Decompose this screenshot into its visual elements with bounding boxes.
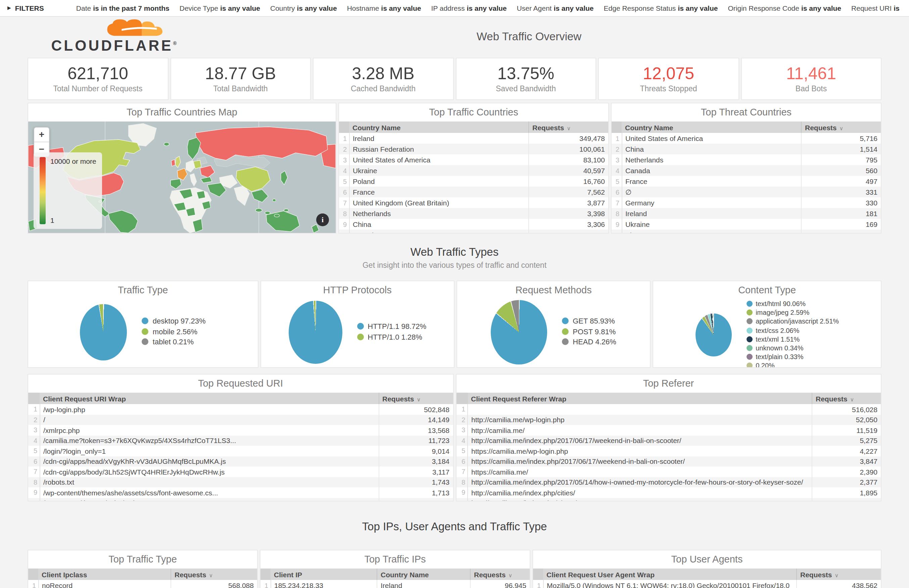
column-header-requests[interactable]: Requests∨ [529, 121, 608, 133]
filter-item[interactable]: Request URIis any value [851, 4, 902, 12]
zoom-in-button[interactable]: + [34, 128, 49, 142]
table-row[interactable]: 4http://camilia.me/index.php/2017/06/17/… [456, 435, 881, 446]
column-header-requests[interactable]: Requests∨ [812, 393, 881, 404]
filter-item[interactable]: Dateis in the past 7 months [76, 4, 170, 12]
legend-item[interactable]: HTTP/1.1 98.72% [357, 321, 426, 332]
table-row[interactable]: 7United Kingdom (Great Britain)3,877 [339, 197, 608, 208]
table-row[interactable]: 4Ukraine40,597 [339, 165, 608, 176]
column-header-country-name[interactable]: Country Name [377, 569, 470, 580]
column-header-requests[interactable]: Requests∨ [379, 393, 453, 404]
legend-item[interactable]: POST 9.81% [562, 327, 616, 337]
table-row[interactable]: 2Russian Federation100,061 [339, 144, 608, 154]
table-row[interactable]: 10Singapore158 [612, 229, 881, 234]
table-row[interactable]: 3United States of America83,100 [339, 154, 608, 165]
legend-item[interactable]: text/plain 0.33% [746, 352, 839, 361]
table-row[interactable]: 7Germany330 [612, 197, 881, 208]
kpi-threats-stopped[interactable]: 12,075 Threats Stopped [598, 58, 739, 100]
table-row[interactable]: 7/cdn-cgi/apps/body/3Lh52SjWTQ4HRlErJykH… [28, 467, 453, 477]
filter-item[interactable]: User Agentis any value [517, 4, 594, 12]
table-row[interactable]: 4Canada560 [612, 165, 881, 176]
legend-item[interactable]: text/xml 1.51% [746, 335, 839, 344]
content-type-pie[interactable] [695, 313, 731, 356]
table-row[interactable]: 6/cdn-cgi/apps/head/xVgyKhR-vV3dAUGhMqfB… [28, 456, 453, 467]
legend-item[interactable]: text/css 2.06% [746, 326, 839, 334]
column-header-country-name[interactable]: Country Name [622, 121, 801, 133]
table-row[interactable]: 8http://camilia.me/index.php/2017/05/14/… [456, 477, 881, 487]
filter-item[interactable]: Hostnameis any value [347, 4, 421, 12]
column-header-requests[interactable]: Requests∨ [470, 569, 530, 580]
legend-item[interactable]: image/jpeg 2.59% [746, 308, 839, 317]
column-header-requests[interactable]: Requests∨ [801, 121, 881, 133]
legend-item[interactable]: desktop 97.23% [142, 317, 206, 327]
kpi-saved-bandwidth[interactable]: 13.75% Saved Bandwidth [455, 58, 596, 100]
table-row[interactable]: 9Ukraine169 [612, 219, 881, 229]
table-row[interactable]: 1516,028 [456, 404, 881, 415]
kpi-total-requests[interactable]: 621,710 Total Number of Requests [27, 58, 168, 100]
table-row[interactable]: 6https://camilia.me/index.php/2017/06/17… [456, 456, 881, 467]
legend-item[interactable]: text/html 90.06% [746, 299, 839, 308]
legend-item[interactable]: application/javascript 2.51% [746, 317, 839, 326]
table-row[interactable]: 10/wp-content/themes/ashe/style.css?ver=… [28, 498, 453, 501]
http-protocols-pie[interactable] [288, 300, 342, 363]
filters-toggle[interactable]: ▶ FILTERS [7, 4, 44, 12]
table-row[interactable]: 6France7,562 [339, 187, 608, 197]
table-row[interactable]: 3Netherlands795 [612, 154, 881, 165]
column-header-client-request-uri-wrap[interactable]: Client Request URI Wrap [40, 393, 379, 404]
table-row[interactable]: 3http://camilia.me/11,519 [456, 425, 881, 435]
legend-item[interactable]: 0.20% [746, 362, 839, 368]
column-header-country-name[interactable]: Country Name [349, 121, 529, 133]
info-icon[interactable]: i [316, 213, 329, 226]
table-row[interactable]: 1Mozilla/5.0 (Windows NT 6.1; WOW64; rv:… [533, 580, 881, 588]
legend-item[interactable]: HTTP/1.0 1.28% [357, 332, 426, 342]
column-header-client-request-referer-wrap[interactable]: Client Request Referer Wrap [468, 393, 812, 404]
table-row[interactable]: 4/camilia.me?token=s3+7k6XQvKwzp5/4XSs4r… [28, 435, 453, 446]
table-row[interactable]: 10Canada3,245 [339, 229, 608, 234]
table-row[interactable]: 5/login/?login_only=19,014 [28, 446, 453, 456]
kpi-bad-bots[interactable]: 11,461 Bad Bots [741, 58, 882, 100]
filter-item[interactable]: Countryis any value [270, 4, 337, 12]
table-row[interactable]: 1United States of America5,716 [612, 133, 881, 144]
table-row[interactable]: 1Ireland349,478 [339, 133, 608, 144]
world-map[interactable]: + − 10000 or more 1 i [28, 121, 336, 233]
legend-item[interactable]: HEAD 4.26% [562, 337, 616, 348]
filter-item[interactable]: Origin Response Codeis any value [728, 4, 841, 12]
table-row[interactable]: 5Poland16,760 [339, 176, 608, 187]
table-row[interactable]: 9/wp-content/themes/ashe/assets/css/font… [28, 487, 453, 498]
table-row[interactable]: 8Ireland181 [612, 208, 881, 219]
column-header-client-ipclass[interactable]: Client Ipclass [38, 569, 171, 580]
table-row[interactable]: 8/robots.txt1,743 [28, 477, 453, 487]
legend-item[interactable]: tablet 0.21% [142, 337, 206, 348]
table-row[interactable]: 5https://camilia.me/wp-login.php4,227 [456, 446, 881, 456]
table-row[interactable]: 7https://camilia.me/2,390 [456, 467, 881, 477]
request-methods-pie[interactable] [491, 300, 547, 364]
table-row[interactable]: 1noRecord568,088 [28, 580, 257, 588]
table-row[interactable]: 9http://camilia.me/index.php/cities/1,89… [456, 487, 881, 498]
kpi-total-bandwidth[interactable]: 18.77 GB Total Bandwidth [170, 58, 311, 100]
table-row[interactable]: 1/wp-login.php502,848 [28, 404, 453, 415]
column-header-client-request-user-agent-wrap[interactable]: Client Request User Agent Wrap [543, 569, 796, 580]
table-row[interactable]: 9China3,306 [339, 219, 608, 229]
filter-item[interactable]: Edge Response Statusis any value [604, 4, 718, 12]
table-row[interactable]: 1185.234.218.33Ireland96,945 [260, 580, 530, 588]
table-row[interactable]: 2China1,514 [612, 144, 881, 154]
traffic-type-pie[interactable] [80, 304, 127, 360]
table-row[interactable]: 3/xmlrpc.php13,568 [28, 425, 453, 435]
table-row[interactable]: 2/14,149 [28, 415, 453, 425]
table-row[interactable]: 2http://camilia.me/wp-login.php52,050 [456, 415, 881, 425]
column-header-client-ip[interactable]: Client IP [271, 569, 377, 580]
legend-item[interactable]: GET 85.93% [562, 317, 616, 327]
legend-item[interactable]: mobile 2.56% [142, 327, 206, 337]
row-cell: /xmlrpc.php [40, 425, 379, 435]
table-row[interactable]: 8Netherlands3,398 [339, 208, 608, 219]
table-row[interactable]: 6∅331 [612, 187, 881, 197]
filter-item[interactable]: Device Typeis any value [179, 4, 260, 12]
legend-item[interactable]: unknown 0.34% [746, 344, 839, 352]
filter-field: Request URI [851, 4, 891, 12]
kpi-cached-bandwidth[interactable]: 3.28 MB Cached Bandwidth [313, 58, 454, 100]
column-header-requests[interactable]: Requests∨ [171, 569, 257, 580]
table-row[interactable]: 5France497 [612, 176, 881, 187]
legend-gradient-bar [40, 157, 46, 224]
table-row[interactable]: 10http://camilia.me/index.php/about/1,47… [456, 498, 881, 501]
column-header-requests[interactable]: Requests∨ [796, 569, 881, 580]
filter-item[interactable]: IP addressis any value [431, 4, 507, 12]
